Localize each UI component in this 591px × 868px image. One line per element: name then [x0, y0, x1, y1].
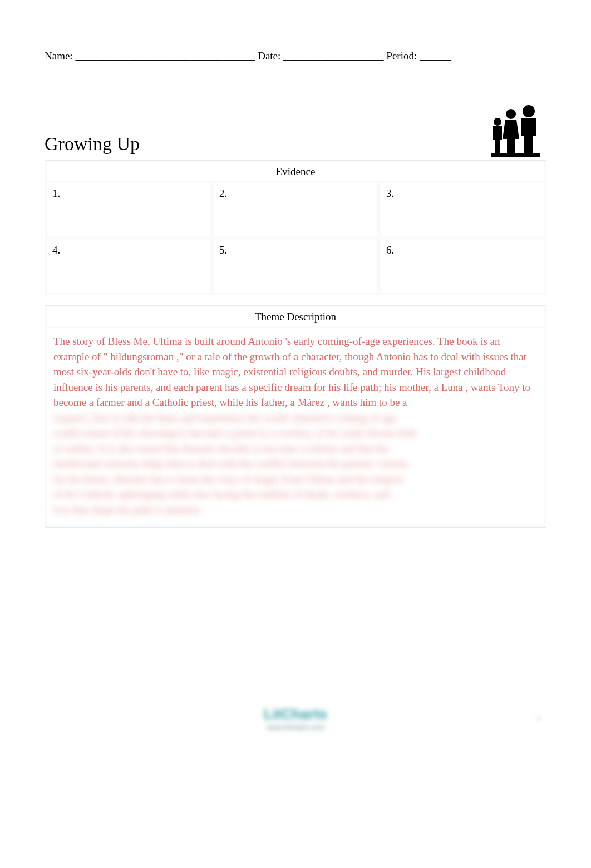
blur-line-1: vaquero, free to ride the llano and expe…	[53, 410, 538, 426]
theme-link-bildungsroman[interactable]: bildungsroman	[110, 351, 174, 363]
date-blank: ___________________	[283, 50, 384, 62]
svg-rect-3	[491, 153, 540, 157]
theme-section: Theme Description The story of Bless Me,…	[45, 305, 546, 528]
evidence-cell-5: 5.	[214, 240, 377, 293]
blur-line-7: loss that shape his path to maturity.	[53, 502, 538, 518]
theme-link-antonio[interactable]: Antonio	[248, 335, 282, 347]
title-row: Growing Up	[45, 101, 546, 157]
evidence-cell-4: 4.	[47, 240, 210, 293]
evidence-cell-3: 3.	[381, 183, 544, 236]
evidence-cell-2: 2.	[214, 183, 377, 236]
footer-logo: LitCharts www.litcharts.com	[264, 706, 327, 731]
blur-line-3: or neither. It is also noted that Antoni…	[53, 441, 538, 457]
theme-text-1: The story of	[53, 335, 108, 347]
theme-link-luna[interactable]: Luna	[441, 381, 463, 393]
evidence-header: Evidence	[47, 162, 544, 181]
theme-text-2: is built around	[185, 335, 248, 347]
theme-text-6: , wants him to be a	[327, 396, 407, 408]
period-blank: ______	[420, 50, 451, 62]
theme-header: Theme Description	[47, 307, 544, 326]
blur-line-5: for his future. Antonio has to learn the…	[53, 472, 538, 487]
theme-link-marez[interactable]: Márez	[298, 396, 325, 408]
footer: LitCharts www.litcharts.com 1	[45, 706, 546, 731]
footer-page-number: 1	[537, 713, 541, 723]
name-blank: __________________________________	[75, 50, 255, 62]
blur-line-4: intellectual curiosity helps him to deal…	[53, 456, 538, 472]
svg-point-0	[523, 105, 535, 117]
evidence-grid: 1. 2. 3. 4. 5. 6.	[45, 181, 546, 295]
family-icon	[489, 101, 544, 157]
name-label: Name:	[45, 50, 73, 62]
footer-logo-sub: www.litcharts.com	[264, 723, 327, 731]
page-title: Growing Up	[45, 133, 140, 157]
theme-description: The story of Bless Me, Ultima is built a…	[47, 328, 544, 525]
svg-point-1	[506, 109, 516, 119]
blur-line-6: of his Catholic upbringing while also fa…	[53, 487, 538, 502]
evidence-section: Evidence 1. 2. 3. 4. 5. 6.	[45, 160, 546, 295]
theme-blurred-text: vaquero, free to ride the llano and expe…	[53, 410, 538, 518]
evidence-cell-6: 6.	[381, 240, 544, 293]
theme-link-title[interactable]: Bless Me, Ultima	[108, 335, 183, 347]
blur-line-2: could consist of his choosing to become …	[53, 425, 538, 441]
period-label: Period:	[386, 50, 417, 62]
svg-point-2	[494, 118, 501, 126]
evidence-cell-1: 1.	[47, 183, 210, 236]
footer-logo-main: LitCharts	[264, 706, 327, 723]
worksheet-header: Name: __________________________________…	[45, 50, 546, 62]
date-label: Date:	[258, 50, 280, 62]
